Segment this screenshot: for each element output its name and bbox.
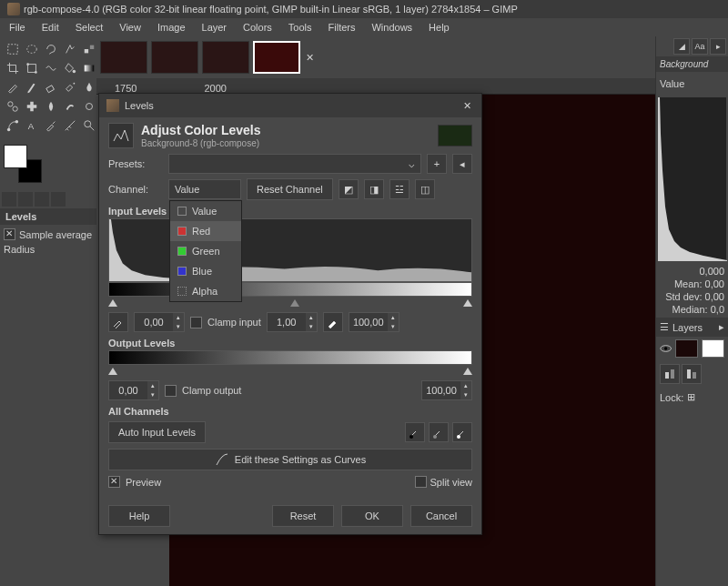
- split-view-checkbox[interactable]: [415, 476, 427, 488]
- preview-checkbox[interactable]: [108, 476, 120, 488]
- rtab-text-icon[interactable]: Aa: [692, 38, 708, 55]
- tool-gradient[interactable]: [80, 59, 97, 76]
- output-slider[interactable]: [108, 367, 472, 376]
- presets-combo[interactable]: ⌵: [168, 154, 421, 174]
- tool-ink[interactable]: [80, 78, 97, 96]
- input-slider[interactable]: [108, 298, 472, 308]
- input-low-field[interactable]: [135, 317, 173, 328]
- clamp-input-checkbox[interactable]: [190, 317, 202, 328]
- dialog-titlebar[interactable]: Levels ✕: [99, 94, 481, 117]
- menu-file[interactable]: File: [9, 22, 25, 33]
- output-high-field[interactable]: [422, 385, 460, 396]
- menu-edit[interactable]: Edit: [42, 22, 59, 33]
- dd-green[interactable]: Green: [170, 241, 241, 261]
- tool-measure[interactable]: [61, 116, 78, 134]
- tool-zoom[interactable]: [80, 116, 97, 134]
- menu-help[interactable]: Help: [429, 22, 450, 33]
- picker-all-gray-icon[interactable]: [429, 422, 449, 442]
- clamp-output-checkbox[interactable]: [165, 385, 177, 397]
- rtab-histogram-icon[interactable]: ◢: [673, 38, 690, 55]
- tool-smudge[interactable]: [61, 97, 78, 115]
- layer-mask-thumb[interactable]: [702, 339, 724, 358]
- tool-lasso[interactable]: [42, 40, 59, 57]
- input-low-spin[interactable]: ▴▾: [134, 312, 185, 332]
- dock-tab-1[interactable]: [2, 192, 16, 207]
- output-low-field[interactable]: [109, 385, 147, 396]
- pick-black-icon[interactable]: [108, 312, 128, 332]
- dock-tab-2[interactable]: [18, 192, 33, 207]
- tool-blur[interactable]: [42, 97, 59, 115]
- tool-pencil[interactable]: [4, 78, 21, 96]
- channel-opt-2-icon[interactable]: ◨: [364, 179, 384, 199]
- tool-eraser[interactable]: [42, 78, 59, 96]
- cancel-button[interactable]: Cancel: [410, 505, 472, 527]
- reset-channel-button[interactable]: Reset Channel: [247, 178, 333, 200]
- thumb-3[interactable]: [202, 41, 249, 74]
- thumb-4-active[interactable]: [253, 41, 300, 74]
- channel-opt-3-icon[interactable]: ☳: [389, 179, 410, 199]
- layer-row[interactable]: [656, 337, 728, 360]
- dd-red[interactable]: Red: [170, 221, 241, 241]
- picker-all-black-icon[interactable]: [405, 422, 425, 442]
- dd-value[interactable]: Value: [170, 201, 241, 221]
- auto-input-levels-button[interactable]: Auto Input Levels: [108, 421, 206, 443]
- menu-tools[interactable]: Tools: [288, 22, 312, 33]
- ok-button[interactable]: OK: [341, 505, 403, 527]
- spin-down-icon[interactable]: ▾: [173, 322, 184, 331]
- preset-menu-icon[interactable]: ◂: [452, 154, 472, 174]
- picker-all-white-icon[interactable]: [452, 422, 472, 442]
- dd-blue[interactable]: Blue: [170, 261, 241, 281]
- menu-windows[interactable]: Windows: [371, 22, 412, 33]
- sample-average-checkbox[interactable]: [4, 228, 15, 240]
- edit-as-curves-button[interactable]: Edit these Settings as Curves: [108, 449, 472, 470]
- tool-warp[interactable]: [42, 59, 59, 76]
- tool-heal[interactable]: [23, 97, 40, 115]
- tool-color-picker[interactable]: [42, 116, 59, 134]
- thumb-close-icon[interactable]: ✕: [304, 52, 315, 63]
- tool-ellipse-select[interactable]: [23, 40, 40, 57]
- visibility-icon[interactable]: [660, 342, 672, 355]
- tool-fuzzy-select[interactable]: [61, 40, 78, 57]
- layer-thumb[interactable]: [675, 339, 698, 358]
- help-button[interactable]: Help: [108, 505, 170, 527]
- rtab-menu-icon[interactable]: ▸: [710, 38, 726, 55]
- spin-up-icon[interactable]: ▴: [173, 313, 184, 322]
- gamma-field[interactable]: [268, 317, 306, 328]
- menu-filters[interactable]: Filters: [329, 22, 356, 33]
- channel-opt-4-icon[interactable]: ◫: [415, 179, 435, 199]
- tool-path[interactable]: [4, 116, 21, 134]
- menu-colors[interactable]: Colors: [243, 22, 272, 33]
- menu-view[interactable]: View: [119, 22, 141, 33]
- output-low-spin[interactable]: ▴▾: [108, 380, 159, 400]
- dialog-close-icon[interactable]: ✕: [460, 98, 474, 113]
- lock-icon[interactable]: ⊞: [687, 391, 695, 403]
- dock-tab-4[interactable]: [51, 192, 66, 207]
- reset-button[interactable]: Reset: [272, 505, 334, 527]
- tool-bucket[interactable]: [61, 59, 78, 76]
- pick-white-icon[interactable]: [323, 312, 343, 332]
- tool-text[interactable]: A: [23, 116, 40, 134]
- menu-image[interactable]: Image: [157, 22, 186, 33]
- thumb-1[interactable]: [100, 41, 147, 74]
- color-swatches[interactable]: [4, 145, 42, 183]
- tool-crop[interactable]: [4, 59, 21, 76]
- input-high-field[interactable]: [349, 317, 388, 328]
- menu-select[interactable]: Select: [76, 22, 104, 33]
- tool-airbrush[interactable]: [61, 78, 78, 96]
- dock-tab-3[interactable]: [35, 192, 49, 207]
- input-high-spin[interactable]: ▴▾: [349, 312, 399, 332]
- channel-combo[interactable]: Value Value Red Green Blue Alpha: [168, 179, 241, 199]
- layers-menu-icon[interactable]: ▸: [719, 321, 724, 333]
- tool-clone[interactable]: [4, 97, 21, 115]
- tool-transform[interactable]: [23, 59, 40, 76]
- tool-brush[interactable]: [23, 78, 40, 96]
- layer-btn-2[interactable]: [682, 364, 702, 384]
- layer-btn-1[interactable]: [660, 364, 680, 384]
- menu-layer[interactable]: Layer: [202, 22, 228, 33]
- fg-color-swatch[interactable]: [4, 145, 27, 168]
- thumb-2[interactable]: [151, 41, 198, 74]
- channel-opt-1-icon[interactable]: ◩: [339, 179, 359, 199]
- gamma-spin[interactable]: ▴▾: [267, 312, 318, 332]
- add-preset-icon[interactable]: +: [427, 154, 447, 174]
- tool-dodge[interactable]: [80, 97, 97, 115]
